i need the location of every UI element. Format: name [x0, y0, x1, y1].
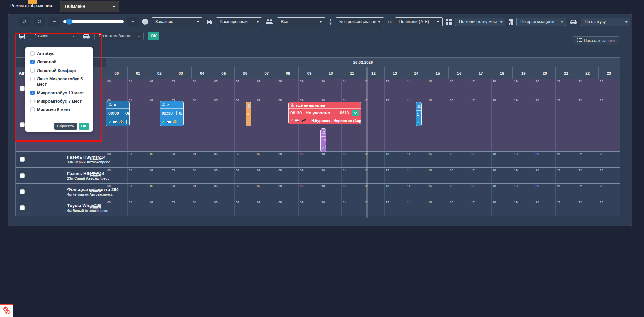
timeline-cell[interactable]: 20 [534, 98, 556, 151]
undo-button[interactable]: ↺ [19, 17, 30, 26]
org-sort-button[interactable]: По организациям [516, 18, 566, 26]
timeline-cell[interactable]: 17 [470, 79, 492, 98]
trip-card-mini[interactable]: 10✓1 [320, 128, 326, 152]
timeline-cell[interactable]: 23 [599, 168, 620, 184]
timeline-cell[interactable]: 07 [256, 184, 277, 200]
timeline-cell[interactable]: 04 [192, 200, 213, 216]
flights-sort-select[interactable]: Без рейсов сначал [336, 17, 384, 26]
timeline-cell[interactable]: 14 [406, 184, 427, 200]
timeline-cell[interactable]: 18 [492, 168, 513, 184]
timeline-cell[interactable]: 14 [406, 168, 427, 184]
vehicle-type-filter[interactable]: 2 типов [30, 32, 78, 40]
laravel-debugbar-badge[interactable] [0, 304, 13, 317]
timeline-cell[interactable]: 00 [106, 168, 128, 184]
timeline-cell[interactable]: 05 [213, 200, 235, 216]
view-mode-select[interactable]: Расширенный [216, 17, 262, 26]
timeline-cell[interactable]: 08 [277, 152, 299, 167]
timeline-cell[interactable]: 15 [427, 152, 449, 167]
timeline-cell[interactable]: 16 [449, 184, 470, 200]
vehicle-type-checkbox[interactable] [30, 60, 35, 64]
status-sort-button[interactable]: По статусу [581, 18, 630, 26]
timeline-cell[interactable]: 23 [599, 184, 620, 200]
zoom-out-button[interactable]: − [48, 17, 60, 26]
timeline-cell[interactable]: 01 [128, 79, 149, 98]
trip-card-mini[interactable]: 1✓ [416, 102, 422, 126]
timeline-cell[interactable]: 09 [299, 152, 320, 167]
timeline-cell[interactable]: 21 [556, 79, 577, 98]
timeline-cell[interactable]: 10 [320, 200, 342, 216]
timeline-cell[interactable]: 03 [170, 168, 192, 184]
timeline-cell[interactable]: 11 [342, 200, 363, 216]
vehicle-row-checkbox[interactable] [20, 189, 25, 194]
timeline-cell[interactable]: 16 [449, 152, 470, 167]
timeline-cell[interactable]: 16 [449, 98, 470, 151]
timeline-cell[interactable]: 21 [556, 200, 577, 216]
popup-ok-button[interactable]: OK [79, 123, 90, 130]
timeline-cell[interactable]: 18 [492, 79, 513, 98]
name-sort-select[interactable]: По имени (А-Я) [395, 17, 443, 26]
trip-dropdown-button[interactable] [352, 110, 359, 116]
vehicle-type-option[interactable]: Люкс Микроавтобус 5 мест [30, 76, 89, 87]
redo-button[interactable]: ↻ [34, 17, 45, 26]
timeline-cell[interactable]: 03 [170, 200, 192, 216]
timeline-cell[interactable]: 22 [577, 168, 599, 184]
vehicle-row-checkbox[interactable] [20, 157, 25, 162]
vehicle-type-checkbox[interactable] [30, 99, 35, 103]
timeline-cell[interactable]: 07 [256, 152, 277, 167]
vehicle-row-checkbox[interactable] [20, 86, 25, 91]
timeline-cell[interactable]: 01 [128, 152, 149, 167]
timeline-cell[interactable]: 18 [492, 98, 513, 151]
trip-card[interactable]: А...00:000/13✓Н.К... [106, 101, 130, 126]
timeline-cell[interactable]: 02 [149, 200, 170, 216]
vehicle-row-checkbox[interactable] [20, 205, 25, 210]
timeline-cell[interactable]: 06 [235, 168, 256, 184]
mode-select[interactable]: Таймлайн [60, 1, 119, 12]
trip-card[interactable]: ещё не назначен08:30Не указано0/13✓Н.Кур… [288, 102, 361, 124]
vehicle-type-option[interactable]: Микроавтобус 13 мест [30, 90, 89, 96]
timeline-cell[interactable]: 05 [213, 184, 235, 200]
trip-card[interactable]: е...02:300/13✓Н.К... [160, 101, 184, 126]
timeline-cell[interactable]: 19 [513, 79, 534, 98]
timeline-cell[interactable]: 20 [534, 79, 556, 98]
group-by-filter[interactable]: По автомобилям [94, 32, 144, 40]
timeline-cell[interactable]: 09 [299, 184, 320, 200]
timeline-cell[interactable]: 04 [192, 168, 213, 184]
timeline-cell[interactable]: 02 [149, 152, 170, 167]
timeline-cell[interactable]: 04 [192, 184, 213, 200]
vehicle-type-option[interactable]: Микроавтобус 7 мест [30, 99, 89, 104]
timeline-cell[interactable]: 09 [299, 168, 320, 184]
vehicle-row-checkbox[interactable] [20, 173, 25, 178]
timeline-cell[interactable]: 21 [556, 184, 577, 200]
timeline-cell[interactable]: 15 [427, 98, 449, 151]
timeline-cell[interactable]: 06 [235, 200, 256, 216]
timeline-cell[interactable]: 08 [277, 200, 299, 216]
timeline-cell[interactable]: 01 [128, 98, 149, 151]
timeline-cell[interactable]: 14 [406, 200, 427, 216]
timeline-cell[interactable]: 00 [106, 200, 128, 216]
vehicle-type-option[interactable]: Автобус [30, 51, 89, 56]
vehicle-row-checkbox[interactable] [20, 122, 25, 127]
timeline-cell[interactable]: 11 [342, 184, 363, 200]
timeline-cell[interactable]: 18 [492, 200, 513, 216]
timeline-cell[interactable]: 01 [128, 168, 149, 184]
timeline-cell[interactable]: 19 [513, 152, 534, 167]
timeline-cell[interactable]: 16 [449, 200, 470, 216]
timeline-cell[interactable]: 03 [170, 79, 192, 98]
timeline-cell[interactable]: 22 [577, 200, 599, 216]
timeline-cell[interactable]: 10 [320, 168, 342, 184]
timeline-cell[interactable]: 01 [128, 200, 149, 216]
timeline-cell[interactable]: 17 [470, 184, 492, 200]
timeline-cell[interactable]: 06 [235, 152, 256, 167]
timeline-cell[interactable]: 15 [427, 200, 449, 216]
timeline-cell[interactable]: 15 [427, 79, 449, 98]
timeline-cell[interactable]: 04 [192, 79, 213, 98]
timeline-cell[interactable]: 05 [213, 152, 235, 167]
vehicle-type-option[interactable]: Легковой [30, 59, 89, 65]
zoom-slider[interactable] [63, 20, 124, 23]
timeline-cell[interactable]: 18 [492, 152, 513, 167]
vehicle-type-option[interactable]: Легковой Комфорт [30, 68, 89, 73]
timeline-cell[interactable]: 09 [299, 200, 320, 216]
timeline-cell[interactable]: 16 [449, 168, 470, 184]
timeline-cell[interactable]: 08 [277, 79, 299, 98]
timeline-cell[interactable]: 11 [342, 79, 363, 98]
